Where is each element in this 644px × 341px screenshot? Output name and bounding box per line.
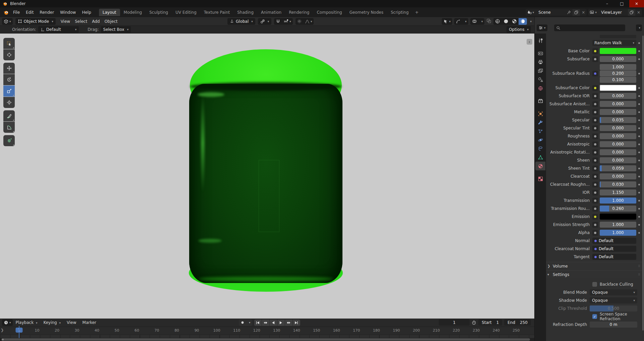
viewport-menu-add[interactable]: Add: [90, 18, 102, 25]
timeline-menu-keying[interactable]: Keying ▾: [40, 319, 64, 326]
tool-select-box-button[interactable]: [3, 38, 15, 49]
properties-search-input[interactable]: [554, 24, 626, 31]
subsurface-color-swatch[interactable]: [600, 85, 636, 91]
animate-dot[interactable]: [636, 103, 642, 105]
minimize-button[interactable]: –: [600, 0, 614, 7]
workspace-tab-scripting[interactable]: Scripting: [387, 9, 412, 16]
ior-field[interactable]: 1.150: [600, 189, 636, 195]
editor-type-button[interactable]: ▾: [2, 18, 13, 25]
screen-space-refraction-checkbox[interactable]: ✓: [592, 314, 597, 319]
animate-dot[interactable]: [636, 73, 642, 74]
properties-tab-render[interactable]: [535, 49, 545, 58]
workspace-tab-layout[interactable]: Layout: [99, 9, 120, 16]
tool-move-button[interactable]: [3, 63, 15, 74]
sheen-slider[interactable]: 0.000: [600, 157, 636, 163]
decorator-gray-dot[interactable]: [592, 141, 598, 147]
decorator-gray-dot[interactable]: [592, 230, 598, 236]
viewlayer-name[interactable]: ViewLayer: [598, 10, 628, 15]
properties-tab-object-data[interactable]: [535, 153, 545, 162]
maximize-button[interactable]: □: [614, 0, 629, 7]
transmission-slider[interactable]: 1.000: [600, 197, 636, 204]
tool-cursor-button[interactable]: [3, 49, 15, 60]
overlays-toggle[interactable]: [470, 18, 479, 25]
animate-dot[interactable]: [636, 232, 642, 234]
animate-dot[interactable]: [636, 135, 642, 137]
properties-tab-modifiers[interactable]: [535, 118, 545, 127]
orientation-selector[interactable]: Global ▾: [227, 18, 255, 25]
scene-unlink-button[interactable]: ×: [580, 9, 587, 16]
animate-dot[interactable]: [636, 144, 642, 145]
decorator-gray-dot[interactable]: [592, 125, 598, 131]
decorator-gray-dot[interactable]: [592, 56, 598, 62]
falloff-selector[interactable]: ▾: [303, 18, 314, 25]
properties-scrollbar[interactable]: [642, 36, 644, 331]
drag-selector[interactable]: Select Box ▾: [101, 26, 131, 33]
animate-dot[interactable]: [636, 176, 642, 177]
subsurface-ior-slider[interactable]: 0.000: [600, 93, 636, 99]
viewlayer-new-button[interactable]: [628, 9, 635, 16]
viewlayer-remove-button[interactable]: ×: [635, 9, 642, 16]
clearcoat-roughn--slider[interactable]: 0.030: [600, 181, 636, 187]
xray-toggle[interactable]: [486, 18, 491, 24]
decorator-gray-dot[interactable]: [592, 198, 598, 204]
emission-swatch[interactable]: [600, 214, 636, 220]
viewport-menu-object[interactable]: Object: [102, 18, 120, 25]
timeline-menu-playback[interactable]: Playback ▾: [13, 319, 41, 326]
tool-measure-button[interactable]: [3, 122, 15, 133]
tool-rotate-button[interactable]: [3, 74, 15, 85]
next-keyframe-button[interactable]: [285, 320, 292, 326]
overlays-dropdown[interactable]: ▾: [479, 18, 485, 25]
animate-dot[interactable]: [636, 168, 642, 169]
properties-tab-texture[interactable]: [535, 174, 545, 183]
add-workspace-button[interactable]: +: [412, 9, 421, 15]
properties-tab-physics[interactable]: [535, 135, 545, 144]
anisotropic-slider[interactable]: 0.000: [600, 141, 636, 147]
base-color-swatch[interactable]: [600, 48, 636, 54]
decorator-gray-dot[interactable]: [592, 133, 598, 139]
workspace-tab-uv-editing[interactable]: UV Editing: [172, 9, 200, 16]
animate-dot[interactable]: [636, 87, 642, 89]
options-button[interactable]: Options ▾: [506, 26, 531, 33]
animate-dot[interactable]: [636, 184, 642, 185]
clipped-dropdown-widget[interactable]: [600, 35, 636, 38]
mode-selector[interactable]: Object Mode ▾: [15, 18, 56, 25]
decorator-gray-dot[interactable]: [592, 174, 598, 179]
settings-section-header[interactable]: ▾ Settings ⠿: [546, 270, 642, 278]
animate-dot[interactable]: [636, 200, 642, 202]
properties-tab-particles[interactable]: [535, 127, 545, 135]
animate-dot[interactable]: [636, 42, 642, 44]
transmission-rou--slider[interactable]: 0.260: [600, 206, 636, 212]
menu-edit[interactable]: Edit: [23, 9, 37, 16]
scene-pin-button[interactable]: [565, 9, 573, 16]
animate-dot[interactable]: [636, 224, 642, 226]
anisotropic-rotati--slider[interactable]: 0.000: [600, 149, 636, 155]
timeline-scrollbar[interactable]: [0, 338, 534, 341]
blend-mode-select[interactable]: Opaque▾: [590, 289, 637, 295]
workspace-tab-shading[interactable]: Shading: [233, 9, 257, 16]
tool-orientation-selector[interactable]: Default ▾: [38, 26, 79, 33]
alpha-slider[interactable]: 1.000: [600, 230, 636, 236]
animate-dot[interactable]: [636, 192, 642, 193]
close-button[interactable]: ×: [629, 0, 644, 7]
workspace-tab-rendering[interactable]: Rendering: [285, 9, 313, 16]
current-frame-field[interactable]: 1: [439, 319, 470, 326]
subsurface-anisot--slider[interactable]: 0.000: [600, 101, 636, 107]
properties-tab-world[interactable]: [535, 84, 545, 93]
subsurface-radius-value-2[interactable]: 0.100: [600, 77, 636, 83]
snap-target-selector[interactable]: ▾: [282, 18, 293, 25]
properties-tab-output[interactable]: [535, 58, 545, 66]
timeline-editor-type-button[interactable]: ▾: [2, 319, 13, 326]
shading-material-button[interactable]: [510, 18, 519, 25]
prev-keyframe-button[interactable]: [262, 320, 269, 326]
random-walk-select[interactable]: Random Walk▾: [592, 40, 636, 46]
decorator-gray-dot[interactable]: [592, 109, 598, 115]
jump-to-start-button[interactable]: [254, 320, 262, 326]
subsurface-radius-value-0[interactable]: 1.000: [600, 64, 636, 70]
properties-tab-scene[interactable]: [535, 75, 545, 84]
animate-dot[interactable]: [636, 160, 642, 161]
viewport-menu-select[interactable]: Select: [72, 18, 90, 25]
properties-tab-constraints[interactable]: [535, 144, 545, 153]
jump-to-end-button[interactable]: [293, 320, 300, 326]
end-frame-field[interactable]: End250: [504, 319, 531, 326]
workspace-tab-geometry-nodes[interactable]: Geometry Nodes: [346, 9, 387, 16]
